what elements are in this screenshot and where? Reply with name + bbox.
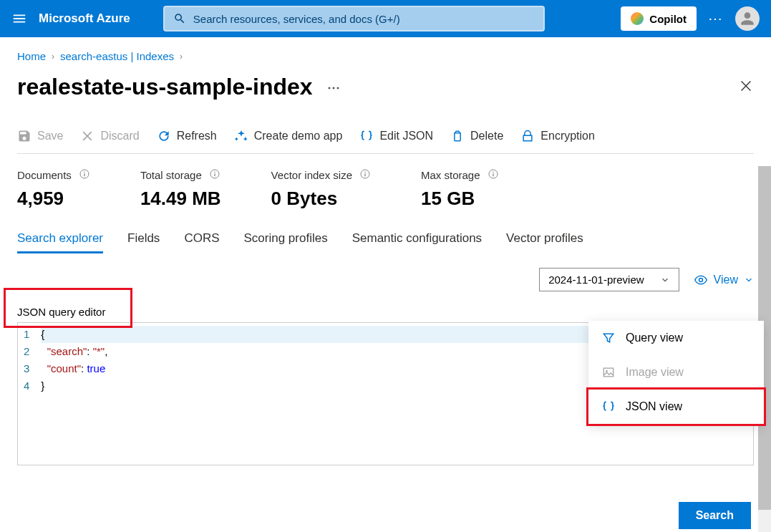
- delete-button[interactable]: Delete: [450, 129, 503, 143]
- refresh-button[interactable]: Refresh: [157, 129, 217, 143]
- eye-icon: [694, 273, 708, 287]
- json-icon: [359, 129, 374, 143]
- documents-value: 4,959: [17, 188, 90, 210]
- tab-semantic[interactable]: Semantic configurations: [352, 231, 482, 253]
- search-button[interactable]: Search: [679, 502, 751, 529]
- save-icon: [17, 129, 31, 143]
- wand-icon: [234, 129, 248, 143]
- breadcrumb-home[interactable]: Home: [17, 50, 46, 62]
- vector-index-value: 0 Bytes: [271, 188, 371, 210]
- svg-rect-5: [603, 368, 613, 377]
- lock-icon: [520, 129, 535, 143]
- person-icon: [738, 9, 757, 28]
- hamburger-menu[interactable]: [11, 11, 27, 26]
- tab-fields[interactable]: Fields: [127, 231, 160, 253]
- filter-icon: [601, 331, 616, 345]
- create-demo-app-button[interactable]: Create demo app: [234, 129, 343, 143]
- json-icon: [601, 400, 616, 414]
- tab-search-explorer[interactable]: Search explorer: [17, 231, 103, 253]
- breadcrumb-indexes[interactable]: search-eastus | Indexes: [60, 50, 174, 62]
- discard-button[interactable]: Discard: [80, 129, 139, 143]
- query-view-option[interactable]: Query view: [588, 321, 764, 355]
- svg-point-4: [699, 278, 702, 281]
- search-icon: [173, 12, 186, 25]
- info-icon[interactable]: [79, 168, 90, 182]
- save-button[interactable]: Save: [17, 129, 63, 143]
- refresh-icon: [157, 129, 171, 143]
- tab-cors[interactable]: CORS: [184, 231, 219, 253]
- close-button[interactable]: [738, 78, 754, 97]
- user-avatar[interactable]: [735, 6, 760, 31]
- chevron-right-icon: ›: [180, 52, 183, 62]
- edit-json-button[interactable]: Edit JSON: [359, 129, 433, 143]
- global-search-input[interactable]: [193, 13, 535, 25]
- info-icon[interactable]: [359, 168, 371, 182]
- page-title: realestate-us-sample-index: [17, 74, 313, 100]
- discard-icon: [80, 129, 94, 143]
- api-version-select[interactable]: 2024-11-01-preview: [539, 268, 679, 291]
- max-storage-label: Max storage: [421, 169, 480, 181]
- close-icon: [738, 78, 754, 94]
- encryption-button[interactable]: Encryption: [520, 129, 595, 143]
- chevron-right-icon: ›: [52, 52, 54, 62]
- view-dropdown-button[interactable]: View: [694, 273, 754, 287]
- header-more-menu[interactable]: ⋯: [708, 10, 724, 27]
- copilot-button[interactable]: Copilot: [621, 6, 697, 31]
- editor-gutter: 1234: [18, 323, 35, 465]
- info-icon[interactable]: [209, 168, 220, 182]
- vector-index-label: Vector index size: [271, 169, 352, 181]
- tab-vector[interactable]: Vector profiles: [506, 231, 583, 253]
- image-view-option: Image view: [588, 355, 764, 390]
- brand-name: Microsoft Azure: [39, 11, 130, 26]
- documents-label: Documents: [17, 169, 72, 181]
- json-view-option[interactable]: JSON view: [586, 387, 766, 426]
- global-search[interactable]: [163, 6, 545, 32]
- chevron-down-icon: [744, 275, 754, 285]
- info-icon[interactable]: [488, 168, 499, 182]
- max-storage-value: 15 GB: [421, 188, 499, 210]
- copilot-icon: [631, 12, 644, 25]
- chevron-down-icon: [660, 275, 670, 285]
- copilot-label: Copilot: [649, 13, 687, 25]
- title-more-menu[interactable]: ⋯: [327, 79, 341, 95]
- breadcrumb: Home › search-eastus | Indexes ›: [17, 50, 754, 62]
- view-dropdown-menu: Query view Image view JSON view: [588, 321, 764, 424]
- total-storage-value: 14.49 MB: [140, 188, 221, 210]
- editor-label: JSON query editor: [17, 306, 754, 318]
- total-storage-label: Total storage: [140, 169, 202, 181]
- image-icon: [601, 365, 616, 379]
- tab-scoring[interactable]: Scoring profiles: [244, 231, 328, 253]
- trash-icon: [450, 129, 465, 143]
